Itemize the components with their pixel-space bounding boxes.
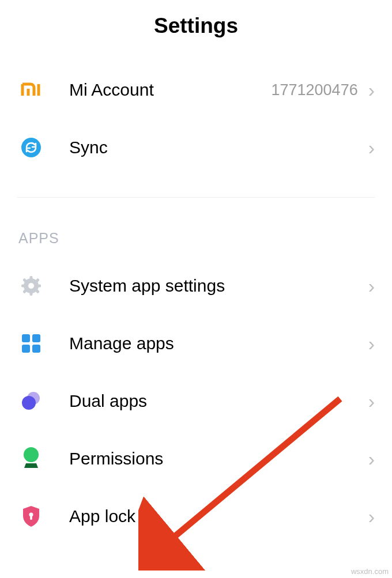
svg-rect-4 [21, 285, 26, 288]
item-label: Mi Account [69, 80, 272, 100]
sync-icon [18, 135, 44, 160]
svg-point-10 [28, 283, 34, 289]
item-label: Sync [69, 138, 368, 157]
settings-item-sync[interactable]: Sync › [0, 119, 392, 176]
page-header: Settings [0, 0, 392, 61]
item-label: App lock [69, 507, 368, 526]
apps-section-header: APPS [0, 198, 392, 257]
dual-apps-icon [18, 388, 44, 414]
svg-rect-2 [30, 276, 33, 281]
svg-rect-19 [30, 515, 32, 520]
shield-lock-icon [18, 504, 44, 529]
chevron-right-icon: › [368, 79, 375, 101]
chevron-right-icon: › [368, 448, 375, 470]
svg-point-17 [24, 447, 39, 462]
svg-rect-3 [30, 291, 33, 296]
svg-rect-11 [22, 334, 30, 342]
svg-rect-14 [32, 345, 40, 353]
settings-item-permissions[interactable]: Permissions › [0, 430, 392, 488]
chevron-right-icon: › [368, 333, 375, 355]
chevron-right-icon: › [368, 390, 375, 413]
settings-item-mi-account[interactable]: Mi Account 1771200476 › [0, 61, 392, 119]
permissions-icon [18, 446, 44, 471]
item-label: Dual apps [69, 391, 368, 411]
page-title: Settings [0, 14, 392, 38]
settings-item-app-lock[interactable]: App lock › [0, 488, 392, 545]
item-label: Permissions [69, 449, 368, 469]
svg-point-16 [22, 396, 36, 410]
item-label: System app settings [69, 276, 368, 296]
gear-icon [18, 273, 44, 299]
svg-rect-13 [22, 345, 30, 353]
chevron-right-icon: › [368, 275, 375, 297]
svg-rect-12 [32, 334, 40, 342]
mi-logo-icon [18, 77, 44, 103]
svg-point-0 [21, 138, 41, 157]
item-value: 1771200476 [272, 81, 358, 99]
chevron-right-icon: › [368, 505, 375, 528]
settings-item-manage-apps[interactable]: Manage apps › [0, 315, 392, 372]
settings-item-system-app-settings[interactable]: System app settings › [0, 257, 392, 315]
item-label: Manage apps [69, 334, 368, 353]
svg-rect-5 [36, 285, 41, 288]
watermark-text: wsxdn.com [351, 567, 389, 576]
chevron-right-icon: › [368, 137, 375, 159]
apps-grid-icon [18, 331, 44, 356]
settings-item-dual-apps[interactable]: Dual apps › [0, 372, 392, 430]
